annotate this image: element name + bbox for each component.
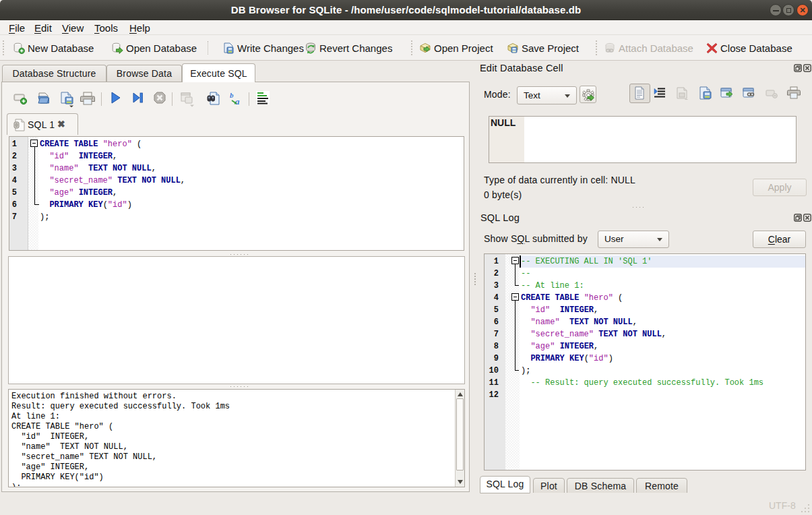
svg-text:b: b: [230, 91, 234, 99]
svg-text:a: a: [235, 96, 240, 106]
